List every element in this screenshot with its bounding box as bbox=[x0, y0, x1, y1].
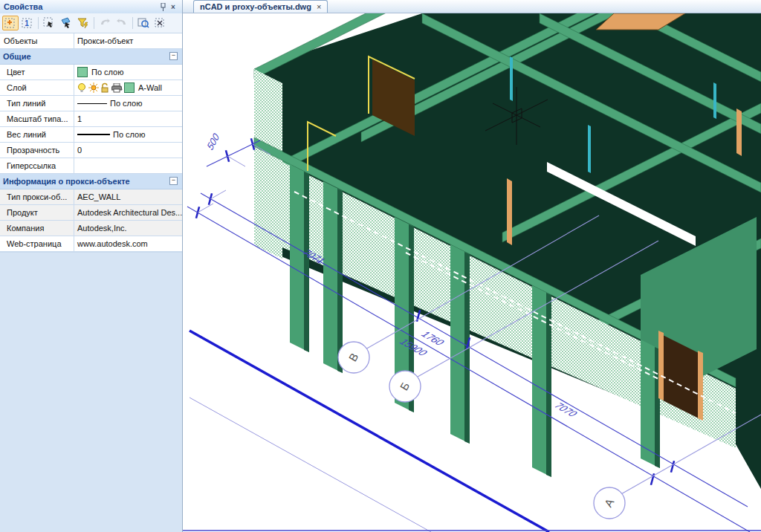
property-row-linetype: Тип линий По слою bbox=[0, 96, 182, 111]
property-row-transparency: Прозрачность 0 bbox=[0, 143, 182, 158]
toolbar-separator bbox=[38, 17, 39, 29]
properties-panel: Свойства × 1 bbox=[0, 0, 183, 532]
object-selector-value[interactable]: Прокси-объект bbox=[74, 33, 182, 48]
property-row-color: Цвет По слою bbox=[0, 65, 182, 80]
document-tab[interactable]: nCAD и proxy-объекты.dwg × bbox=[193, 0, 328, 13]
quick-filter-button[interactable] bbox=[75, 16, 91, 30]
panel-toolbar: 1 bbox=[0, 13, 182, 33]
layer-color-swatch bbox=[124, 82, 135, 93]
show-count-button[interactable]: 1 bbox=[19, 16, 36, 30]
property-grid: Объекты Прокси-объект Общие − Цвет По сл… bbox=[0, 33, 182, 253]
linetype-sample bbox=[77, 103, 107, 104]
drawing-viewport[interactable]: В Б А 7071 1760 15900 7070 500 bbox=[183, 13, 761, 532]
layer-freeze-icon[interactable] bbox=[88, 82, 99, 93]
building-3d-model[interactable] bbox=[254, 13, 761, 489]
section-proxy-info[interactable]: Информация о прокси-объекте − bbox=[0, 174, 182, 189]
layer-print-icon[interactable] bbox=[111, 83, 123, 93]
close-panel-icon[interactable]: × bbox=[168, 1, 178, 12]
section-general[interactable]: Общие − bbox=[0, 49, 182, 65]
property-row-proxy-type: Тип прокси-об... AEC_WALL bbox=[0, 189, 182, 205]
select-indication-button[interactable] bbox=[2, 16, 19, 30]
property-row-layer: Слой A-Wall bbox=[0, 80, 182, 96]
property-row-webpage: Web-страница www.autodesk.com bbox=[0, 236, 182, 252]
axis-polyline-thin[interactable] bbox=[190, 398, 431, 532]
toolbar-separator bbox=[94, 17, 94, 29]
dim-text-7070: 7070 bbox=[551, 401, 581, 418]
svg-text:1: 1 bbox=[25, 19, 29, 27]
dim-text-500: 500 bbox=[206, 130, 221, 153]
property-row-lineweight: Вес линий По слою bbox=[0, 127, 182, 143]
copy-properties-button[interactable] bbox=[97, 16, 113, 30]
property-row-ltscale: Масштаб типа... 1 bbox=[0, 111, 182, 127]
panel-title: Свойства bbox=[4, 2, 42, 11]
clear-selection-button[interactable] bbox=[152, 16, 169, 30]
properties-panel-header: Свойства × bbox=[0, 0, 182, 13]
collapse-icon[interactable]: − bbox=[169, 52, 178, 60]
property-row-product: Продукт Autodesk Architectural Des... bbox=[0, 205, 182, 221]
collapse-icon[interactable]: − bbox=[169, 177, 178, 185]
select-box-button[interactable] bbox=[41, 16, 57, 30]
property-row-hyperlink: Гиперссылка bbox=[0, 158, 182, 174]
color-swatch bbox=[77, 67, 88, 77]
toolbar-separator bbox=[132, 17, 133, 29]
select-similar-button[interactable] bbox=[58, 16, 74, 30]
property-row-company: Компания Autodesk,Inc. bbox=[0, 221, 182, 236]
document-tab-bar: nCAD и proxy-объекты.dwg × bbox=[183, 0, 761, 13]
layer-visibility-icon[interactable] bbox=[77, 82, 87, 93]
lineweight-sample bbox=[77, 134, 110, 135]
pin-icon[interactable] bbox=[158, 1, 168, 12]
drawing-canvas[interactable]: В Б А 7071 1760 15900 7070 500 bbox=[183, 13, 761, 532]
selection-view-button[interactable] bbox=[135, 16, 152, 30]
document-tab-title: nCAD и proxy-объекты.dwg bbox=[200, 2, 311, 11]
hatched-left-wall bbox=[254, 69, 282, 259]
tab-close-icon[interactable]: × bbox=[317, 2, 321, 11]
object-selector-row: Объекты Прокси-объект bbox=[0, 33, 182, 49]
layer-lock-icon[interactable] bbox=[100, 82, 110, 93]
apply-properties-button[interactable] bbox=[114, 16, 130, 30]
object-selector-label: Объекты bbox=[0, 33, 74, 48]
